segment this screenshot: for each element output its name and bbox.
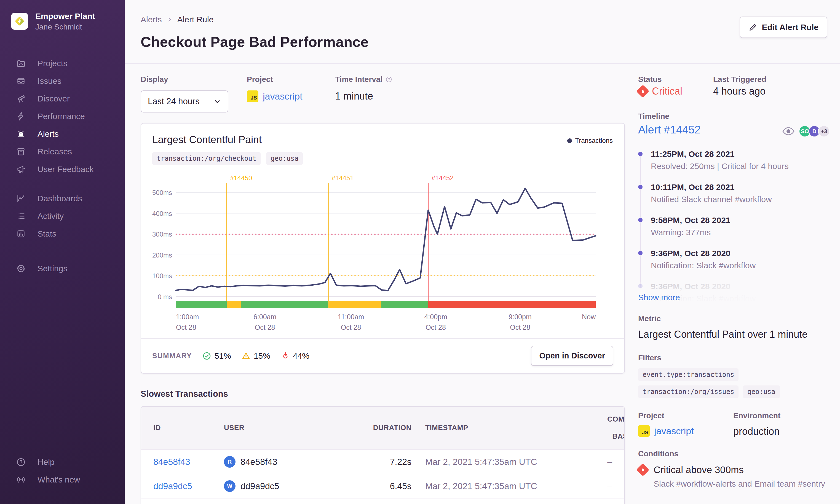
table-row: 3ce76bce W3ce76bce 6.10s Mar 2, 2021 5:4… bbox=[141, 498, 624, 504]
sidebar-item-whats-new[interactable]: What's new bbox=[0, 471, 125, 489]
alert-id-link[interactable]: Alert #14452 bbox=[638, 124, 701, 136]
summary-critical: 44% bbox=[281, 351, 309, 361]
filters-label: Filters bbox=[638, 354, 830, 362]
summary-label: SUMMARY bbox=[152, 352, 192, 360]
sidebar-item-label: Releases bbox=[37, 147, 72, 156]
sidebar-item-label: Settings bbox=[37, 264, 67, 273]
help-icon bbox=[16, 457, 26, 467]
display-label: Display bbox=[141, 75, 247, 84]
sidebar-item-discover[interactable]: Discover bbox=[0, 90, 125, 108]
svg-text:#14452: #14452 bbox=[432, 174, 454, 182]
svg-text:500ms: 500ms bbox=[152, 189, 172, 196]
sidebar-item-issues[interactable]: Issues bbox=[0, 72, 125, 90]
sidebar-item-performance[interactable]: Performance bbox=[0, 108, 125, 125]
sidebar-item-alerts[interactable]: Alerts bbox=[0, 125, 125, 143]
left-column: Display Last 24 hours Project JS javascr… bbox=[141, 75, 625, 504]
performance-icon bbox=[16, 111, 26, 121]
baseline: – bbox=[607, 457, 624, 467]
sidebar-item-label: Projects bbox=[37, 59, 67, 68]
timeline-time: 10:11PM, Oct 28 2021 bbox=[651, 182, 830, 192]
sidebar-nav: Projects Issues Discover bbox=[0, 55, 125, 277]
chevron-right-icon bbox=[166, 16, 173, 23]
avatar: W bbox=[224, 480, 235, 492]
transactions-table: ID USER DURATION TIMESTAMP COMPARED TO B… bbox=[141, 406, 625, 504]
metric-label: Metric bbox=[638, 314, 830, 323]
last-triggered-value: 4 hours ago bbox=[713, 86, 766, 97]
sidebar-item-stats[interactable]: Stats bbox=[0, 225, 125, 242]
sidebar-item-projects[interactable]: Projects bbox=[0, 55, 125, 72]
status-badge: Critical bbox=[638, 86, 713, 97]
transactions-table-header: ID USER DURATION TIMESTAMP COMPARED TO B… bbox=[141, 407, 624, 449]
lcp-chart-svg: 0 ms100ms200ms300ms400ms500ms#14450#1445… bbox=[152, 167, 613, 332]
display-range-select[interactable]: Last 24 hours bbox=[141, 90, 228, 112]
transaction-id-link[interactable]: 84e58f43 bbox=[153, 457, 190, 467]
sidebar-item-releases[interactable]: Releases bbox=[0, 143, 125, 160]
check-circle-icon bbox=[202, 352, 211, 360]
edit-alert-rule-label: Edit Alert Rule bbox=[762, 23, 819, 32]
meta-row: Display Last 24 hours Project JS javascr… bbox=[141, 75, 625, 112]
timeline-time: 9:36PM, Oct 28 2020 bbox=[651, 249, 830, 258]
sidebar-item-label: Dashboards bbox=[37, 194, 82, 203]
broadcast-icon bbox=[16, 475, 26, 485]
sidebar-item-label: Issues bbox=[37, 76, 61, 86]
svg-text:Now: Now bbox=[582, 313, 596, 321]
javascript-platform-icon: JS bbox=[247, 90, 258, 102]
summary-critical-value: 44% bbox=[293, 351, 309, 361]
stats-icon bbox=[16, 229, 26, 239]
timeline-fade-wrap: 9:36PM, Oct 28 2020 Notification: Slack … bbox=[638, 282, 830, 303]
summary-warning-value: 15% bbox=[254, 351, 270, 361]
status-value: Critical bbox=[652, 86, 682, 97]
timeline-entries: 11:25PM, Oct 28 2021 Resolved: 250ms | C… bbox=[638, 149, 830, 303]
transaction-id-link[interactable]: dd9a9dc5 bbox=[153, 481, 192, 491]
sidebar-item-label: Help bbox=[37, 457, 55, 467]
javascript-platform-icon: JS bbox=[638, 425, 650, 437]
timeline-description: Notified Slack channel #workflow bbox=[651, 195, 830, 204]
main-content: Alerts Alert Rule Checkout Page Bad Perf… bbox=[125, 0, 840, 504]
question-circle-icon[interactable] bbox=[385, 76, 392, 83]
sidebar-item-label: Performance bbox=[37, 112, 85, 121]
condition-description: Slack #workflow-alerts and Email team #s… bbox=[654, 479, 830, 489]
timeline-time: 9:36PM, Oct 28 2020 bbox=[651, 282, 830, 291]
duration: 7.22s bbox=[342, 457, 425, 467]
timestamp: Mar 2, 2021 5:47:35am UTC bbox=[425, 481, 607, 491]
projects-icon bbox=[16, 58, 26, 68]
sidebar-item-label: What's new bbox=[37, 475, 80, 484]
breadcrumb-current: Alert Rule bbox=[177, 15, 214, 24]
avatar-overflow-count[interactable]: +3 bbox=[818, 125, 830, 137]
timeline-description: Resolved: 250ms | Critical for 4 hours bbox=[651, 162, 830, 171]
status-label: Status bbox=[638, 75, 713, 84]
project-link[interactable]: javascript bbox=[263, 91, 303, 102]
page-title: Checkout Page Bad Performance bbox=[141, 34, 830, 50]
filters-section: Filters event.type:transactions transact… bbox=[638, 354, 830, 398]
condition-title: Critical above 300ms bbox=[654, 464, 744, 475]
svg-text:Oct 28: Oct 28 bbox=[426, 323, 446, 331]
sidebar-item-help[interactable]: Help bbox=[0, 453, 125, 471]
sidebar-item-settings[interactable]: Settings bbox=[0, 260, 125, 277]
metric-value: Largest Contentful Paint over 1 minute bbox=[638, 329, 830, 340]
sidebar-footer: Help What's new bbox=[0, 453, 125, 489]
org-name: Empower Plant bbox=[35, 11, 95, 21]
lcp-chart[interactable]: 0 ms100ms200ms300ms400ms500ms#14450#1445… bbox=[152, 167, 613, 332]
filter-pill: event.type:transactions bbox=[638, 368, 738, 381]
project-link[interactable]: javascript bbox=[654, 426, 694, 436]
open-in-discover-button[interactable]: Open in Discover bbox=[531, 346, 613, 366]
org-user-name: Jane Schmidt bbox=[35, 23, 95, 32]
sidebar-item-dashboards[interactable]: Dashboards bbox=[0, 190, 125, 207]
avatar: R bbox=[224, 456, 235, 468]
svg-text:1:00am: 1:00am bbox=[176, 313, 199, 321]
breadcrumb-alerts-link[interactable]: Alerts bbox=[141, 15, 162, 24]
org-switcher[interactable]: Empower Plant Jane Schmidt bbox=[0, 11, 125, 32]
show-more-link[interactable]: Show more bbox=[638, 293, 680, 302]
user-feedback-icon bbox=[16, 164, 26, 174]
sidebar-item-label: Stats bbox=[37, 229, 56, 238]
edit-alert-rule-button[interactable]: Edit Alert Rule bbox=[739, 17, 827, 38]
timeline-description: Notification: Slack #workflow bbox=[651, 261, 830, 270]
breadcrumb: Alerts Alert Rule bbox=[141, 15, 830, 24]
sidebar-item-user-feedback[interactable]: User Feedback bbox=[0, 160, 125, 178]
summary-warning: 15% bbox=[242, 351, 270, 361]
timeline-entry: 9:58PM, Oct 28 2021 Warning: 377ms bbox=[638, 216, 830, 237]
sidebar-item-activity[interactable]: Activity bbox=[0, 207, 125, 225]
chart-legend[interactable]: Transactions bbox=[567, 137, 613, 144]
empower-plant-logo-icon bbox=[14, 15, 26, 27]
svg-text:Oct 28: Oct 28 bbox=[176, 323, 196, 331]
